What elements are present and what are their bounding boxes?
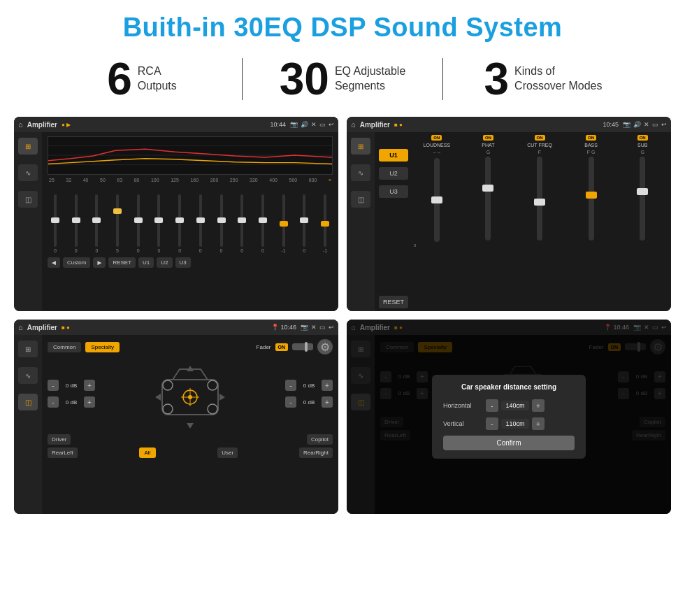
cutfreq-slider[interactable]	[537, 157, 542, 241]
settings-icon[interactable]: ⚙	[317, 339, 333, 354]
more-icon[interactable]: »	[329, 178, 331, 182]
sidebar-vol-btn-2[interactable]: ◫	[351, 191, 370, 208]
horizontal-minus-btn[interactable]: -	[486, 399, 498, 412]
close-icon-3: ✕	[311, 324, 317, 331]
vol-minus-tl[interactable]: -	[48, 380, 59, 391]
phat-label: PHAT	[482, 143, 494, 148]
eq-slider-9[interactable]: 0	[236, 194, 248, 253]
back-icon-2[interactable]: ↩	[661, 121, 667, 128]
eq-slider-1[interactable]: 0	[70, 194, 82, 253]
back-icon-3[interactable]: ↩	[329, 324, 334, 331]
sidebar-wave-btn[interactable]: ∿	[18, 164, 38, 181]
stat-crossover-number: 3	[484, 57, 510, 101]
eq-slider-6[interactable]: 0	[173, 194, 186, 253]
eq-slider-5[interactable]: 0	[152, 194, 165, 253]
sidebar-wave-btn-2[interactable]: ∿	[351, 164, 370, 181]
bass-slider[interactable]	[589, 157, 594, 241]
home-icon[interactable]: ⌂	[18, 120, 23, 129]
loudness-label: LOUDNESS	[424, 143, 451, 148]
sidebar-vol-btn[interactable]: ◫	[18, 191, 38, 208]
freq-320: 320	[250, 178, 258, 182]
fader-label-text: Fader	[257, 344, 271, 350]
all-btn[interactable]: All	[139, 447, 157, 458]
prev-button[interactable]: ◄	[48, 257, 60, 268]
rear-left-btn[interactable]: RearLeft	[48, 447, 78, 458]
u3-button[interactable]: U3	[175, 257, 191, 268]
eq-slider-11[interactable]: -1	[277, 194, 290, 253]
vol-minus-bl[interactable]: -	[48, 396, 59, 408]
eq-slider-0[interactable]: 0	[49, 194, 62, 253]
eq-slider-4[interactable]: 0	[132, 194, 145, 253]
amp-presets-col: U1 U2 U3 RESET	[379, 135, 408, 308]
vol-minus-br[interactable]: -	[285, 396, 296, 408]
reset-btn-amp[interactable]: RESET	[379, 296, 408, 308]
on-badge-sub: ON	[637, 135, 648, 141]
svg-marker-13	[187, 423, 194, 429]
on-badge-bass: ON	[586, 135, 596, 141]
sidebar-eq-btn-2[interactable]: ⊞	[351, 138, 370, 155]
screen-fader-title: Amplifier	[27, 324, 57, 331]
eq-slider-7[interactable]: 0	[194, 194, 207, 253]
eq-slider-13[interactable]: -1	[319, 194, 331, 253]
vol-val-tr: 0 dB	[298, 382, 319, 389]
fader-slider[interactable]	[292, 343, 313, 350]
vol-val-tl: 0 dB	[61, 382, 82, 389]
freq-250: 250	[230, 178, 238, 182]
driver-btn[interactable]: Driver	[48, 434, 71, 445]
confirm-button[interactable]: Confirm	[443, 436, 575, 450]
preset-u2[interactable]: U2	[379, 167, 408, 180]
screen-amp-body: ⊞ ∿ ◫ U1 U2 U3 RESET ON	[347, 132, 671, 311]
rear-right-btn[interactable]: RearRight	[299, 447, 333, 458]
screen-fader: ⌂ Amplifier ■ ● 📍 10:46 📷 ✕ ▭ ↩ ⊞ ∿ ◫ Co…	[14, 320, 338, 514]
copilot-btn[interactable]: Copilot	[307, 434, 333, 445]
eq-graph	[48, 136, 333, 175]
u1-button[interactable]: U1	[138, 257, 154, 268]
fader-bottom-row-2: RearLeft All User RearRight	[48, 447, 333, 458]
minimize-icon: ▭	[319, 121, 326, 128]
back-icon[interactable]: ↩	[329, 121, 334, 128]
eq-slider-8[interactable]: 0	[215, 194, 228, 253]
vol-minus-tr[interactable]: -	[285, 380, 296, 391]
reset-button[interactable]: RESET	[108, 257, 136, 268]
loudness-slider[interactable]	[434, 158, 440, 242]
sidebar-eq-btn-3[interactable]: ⊞	[18, 341, 38, 357]
fader-on-toggle[interactable]: ON	[275, 343, 289, 351]
vol-plus-tl[interactable]: +	[84, 380, 95, 391]
sidebar-vol-btn-3[interactable]: ◫	[18, 394, 38, 410]
home-icon-2[interactable]: ⌂	[351, 120, 356, 129]
stat-eq-number: 30	[280, 57, 329, 101]
svg-point-5	[208, 380, 217, 390]
svg-marker-15	[219, 394, 225, 401]
stat-rca-label: RCAOutputs	[138, 64, 177, 94]
fader-controls: - 0 dB + - 0 dB +	[48, 359, 333, 429]
knob-bass: ON BASS F G	[567, 135, 616, 308]
u2-button[interactable]: U2	[157, 257, 172, 268]
vertical-stepper: - 110cm +	[486, 417, 545, 430]
horizontal-plus-btn[interactable]: +	[532, 399, 545, 412]
eq-slider-10[interactable]: 0	[257, 194, 269, 253]
eq-slider-2[interactable]: 0	[90, 194, 103, 253]
specialty-mode-btn[interactable]: Specialty	[85, 342, 119, 352]
preset-u3[interactable]: U3	[379, 185, 408, 198]
eq-slider-3[interactable]: 5	[111, 194, 124, 253]
vol-plus-tr[interactable]: +	[322, 380, 333, 391]
user-btn[interactable]: User	[217, 447, 238, 458]
stat-eq-label: EQ AdjustableSegments	[335, 64, 405, 94]
screen-eq-time: 10:44	[270, 121, 286, 128]
custom-button[interactable]: Custom	[63, 257, 91, 268]
freq-125: 125	[171, 178, 179, 182]
preset-u1[interactable]: U1	[379, 149, 408, 162]
phat-slider[interactable]	[485, 157, 491, 241]
vol-plus-bl[interactable]: +	[84, 396, 95, 408]
sidebar-eq-btn[interactable]: ⊞	[18, 138, 38, 155]
vol-plus-br[interactable]: +	[322, 396, 333, 408]
sub-slider[interactable]	[640, 157, 645, 241]
home-icon-3[interactable]: ⌂	[18, 323, 23, 331]
vertical-plus-btn[interactable]: +	[532, 417, 545, 430]
sidebar-wave-btn-3[interactable]: ∿	[18, 367, 38, 384]
eq-slider-12[interactable]: 0	[298, 194, 310, 253]
screen-eq-title: Amplifier	[27, 121, 57, 129]
next-button[interactable]: ►	[93, 257, 106, 268]
common-mode-btn[interactable]: Common	[48, 342, 81, 352]
vertical-minus-btn[interactable]: -	[486, 417, 498, 430]
